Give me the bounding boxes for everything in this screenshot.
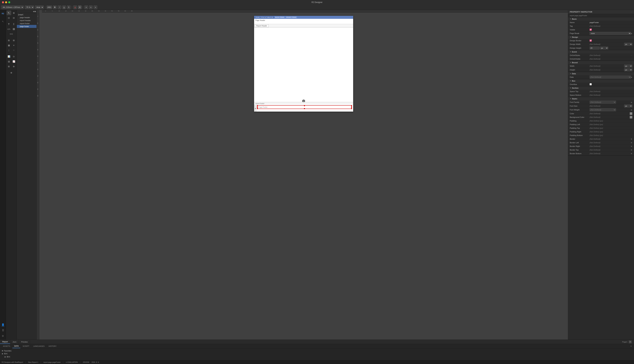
canvas-area[interactable]: 0 5 10 15 20 25 30 35 40 45 50 55 60 65 bbox=[37, 10, 568, 340]
canvas-scroll[interactable]: PAGE, TITLE & TABLE (S) BACK ITEMS FRONT… bbox=[39, 12, 568, 340]
pi-bgcolor-swatch[interactable] bbox=[630, 116, 632, 118]
page-header-tab-2[interactable]: BACK ITEMS bbox=[274, 16, 285, 18]
borderleft-arrow[interactable]: ▶ bbox=[631, 142, 632, 144]
close-button[interactable] bbox=[2, 1, 4, 3]
layer-page[interactable]: [page] bbox=[17, 13, 36, 16]
line-chart-tool[interactable]: 📈 bbox=[12, 59, 16, 64]
pi-fontweight-select[interactable]: (Not Defined) bbox=[590, 108, 616, 111]
align-center-btn[interactable]: ≡ bbox=[89, 6, 92, 9]
italic-btn[interactable]: I bbox=[58, 6, 61, 9]
pi-menu-dots[interactable]: ··· bbox=[631, 11, 632, 13]
dotgrid-tool[interactable]: ⁙ bbox=[12, 48, 16, 52]
settings-icon[interactable]: ⚙ bbox=[1, 334, 5, 338]
split-tool[interactable]: ⊟ bbox=[12, 16, 16, 20]
h-bar-tool[interactable]: ▤ bbox=[6, 59, 11, 64]
lines-tool[interactable]: ⋮ bbox=[6, 48, 11, 52]
image-tool[interactable]: 🖼 bbox=[12, 27, 16, 31]
text-tool[interactable]: T bbox=[6, 22, 11, 26]
pi-height-unit[interactable]: px bbox=[624, 68, 632, 71]
bordertop-arrow[interactable]: ▶ bbox=[631, 149, 632, 151]
resize-handle-bl[interactable] bbox=[257, 108, 258, 109]
pi-section-design-header[interactable]: ▼ Design bbox=[568, 36, 634, 39]
pi-section-box-header[interactable]: ▼ Box bbox=[568, 79, 634, 82]
pi-color-swatch[interactable] bbox=[630, 112, 632, 115]
borderright-arrow[interactable]: ▶ bbox=[631, 145, 632, 147]
font-size-btn[interactable]: (ND) bbox=[46, 6, 52, 9]
database-icon[interactable]: 🗄 bbox=[1, 328, 5, 333]
misc-tool[interactable]: ⊕ bbox=[9, 70, 14, 75]
resize-handle-bm[interactable] bbox=[304, 108, 305, 109]
grid-tool[interactable]: ⊞ bbox=[6, 38, 11, 42]
font-color-btn[interactable]: A bbox=[73, 6, 77, 9]
pi-designwidth-unit[interactable]: px bbox=[624, 43, 632, 46]
data-tree-item-1[interactable]: ▶ 회비 bbox=[2, 352, 632, 355]
pi-section-bound-header[interactable]: ▼ Bound bbox=[568, 61, 634, 64]
crosshatch-tool[interactable]: ⊞ bbox=[12, 38, 16, 42]
pi-designheight-unit[interactable]: px bbox=[600, 46, 608, 50]
pi-designheight-input[interactable] bbox=[590, 46, 600, 50]
align-right-btn[interactable]: ≡ bbox=[94, 6, 97, 9]
resize-handle-tl[interactable] bbox=[257, 105, 258, 106]
collapse-panel-btn[interactable]: ◀◀ bbox=[33, 10, 36, 12]
layer-report-footer[interactable]: report footer bbox=[17, 22, 36, 25]
tab-json[interactable]: Json bbox=[10, 340, 19, 344]
resize-handle-br[interactable] bbox=[351, 108, 352, 109]
pi-fontfamily-select[interactable]: (Not Defined) bbox=[590, 101, 616, 104]
align-left-btn[interactable]: ≡ bbox=[84, 6, 88, 9]
ongetvisible-dots[interactable]: ··· bbox=[631, 58, 632, 60]
add-page-button[interactable]: + bbox=[629, 340, 632, 343]
sigma-tool[interactable]: Σ bbox=[12, 22, 16, 26]
tab-preview[interactable]: Preview bbox=[19, 340, 30, 344]
bold-btn[interactable]: B bbox=[53, 6, 57, 9]
table-tool[interactable]: ▦ bbox=[6, 43, 11, 48]
resize-handle-ml[interactable] bbox=[257, 107, 258, 108]
page-footer-selected-box[interactable]: Page Footer bbox=[257, 105, 352, 109]
dp-close-button[interactable]: × bbox=[630, 345, 632, 348]
dp-tab-assets[interactable]: ASSETS bbox=[1, 344, 12, 348]
code-tool[interactable]: </> bbox=[6, 27, 11, 31]
person-icon[interactable]: 👤 bbox=[1, 322, 5, 327]
pi-visible-checkbox[interactable] bbox=[590, 28, 592, 31]
dp-tab-data[interactable]: DATA bbox=[12, 344, 20, 348]
pi-width-unit[interactable]: px bbox=[624, 64, 632, 68]
dp-tab-history[interactable]: HISTORY bbox=[47, 344, 58, 348]
zoom-select[interactable]: 75 % bbox=[25, 6, 34, 9]
dp-tab-script[interactable]: SCRIPT bbox=[21, 344, 31, 348]
page-size-select[interactable]: A4, 210mm × 297mm bbox=[1, 6, 24, 9]
font-select[interactable]: Arial bbox=[35, 6, 44, 9]
underline-btn[interactable]: U bbox=[62, 6, 66, 9]
data-tree-item-2[interactable]: ▶ 회비 bbox=[2, 355, 632, 358]
pi-designborder-checkbox[interactable] bbox=[590, 40, 592, 42]
highlight-btn[interactable]: A bbox=[78, 6, 82, 9]
resize-handle-tr[interactable] bbox=[351, 105, 352, 106]
maximize-button[interactable] bbox=[8, 1, 10, 3]
pi-pagebreak-select[interactable]: none bbox=[590, 32, 631, 35]
minimize-button[interactable] bbox=[5, 1, 7, 3]
layer-page-footer[interactable]: page footer bbox=[17, 25, 36, 28]
tab-report[interactable]: Report bbox=[0, 340, 10, 344]
resize-handle-mr[interactable] bbox=[351, 107, 352, 108]
pi-section-basic-header[interactable]: ▼ Basic bbox=[568, 17, 634, 21]
svg-tool[interactable]: SVG bbox=[9, 32, 14, 36]
ongetstyles-dots[interactable]: ··· bbox=[631, 54, 632, 56]
pie-tool[interactable]: ⊛ bbox=[12, 64, 16, 69]
cursor-icon[interactable]: ↖ bbox=[1, 19, 5, 24]
bar-chart-tool[interactable]: 📊 bbox=[6, 54, 11, 59]
pi-section-section-header[interactable]: ▼ Section bbox=[568, 86, 634, 90]
crop-tool[interactable]: ⊡ bbox=[6, 16, 11, 20]
scatter-tool[interactable]: ⊞ bbox=[6, 64, 11, 69]
select-tool[interactable]: ↖ bbox=[6, 10, 11, 15]
pi-section-styles-header[interactable]: ▼ Styles bbox=[568, 97, 634, 100]
pi-overflow-checkbox[interactable] bbox=[590, 83, 592, 85]
page-header-tab-3[interactable]: FRONT ITEMS bbox=[285, 16, 297, 18]
page-header-tab-1[interactable]: PAGE, TITLE & TABLE (S) bbox=[255, 16, 274, 18]
layer-page-header[interactable]: page header bbox=[17, 16, 36, 19]
pi-fontsize-unit[interactable]: px bbox=[624, 104, 632, 108]
resize-handle-tm[interactable] bbox=[304, 105, 305, 106]
pi-section-data-header[interactable]: ▼ Data bbox=[568, 72, 634, 75]
pi-section-event-header[interactable]: ▼ Event bbox=[568, 50, 634, 54]
data-tree-favorites[interactable]: ▶ Favorites bbox=[2, 349, 632, 352]
borderbottom-arrow[interactable]: ▶ bbox=[631, 152, 632, 154]
list-tool[interactable]: ≡ bbox=[12, 43, 16, 48]
multi-select-tool[interactable]: ⊞ bbox=[12, 10, 16, 15]
